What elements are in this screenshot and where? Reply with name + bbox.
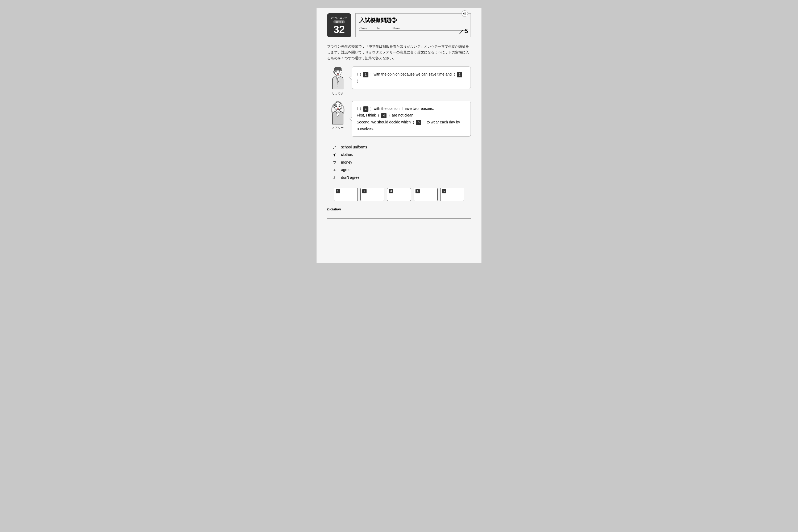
choice-text-エ: agree: [341, 167, 350, 173]
mary-line1: I（ 3 ）with the opinion. I have two reaso…: [357, 105, 466, 112]
choices-list: ア school uniforms イ clothes ウ money エ ag…: [327, 144, 471, 180]
answer-box-num-3: 3: [389, 189, 393, 193]
answer-box-num-4: 4: [416, 189, 420, 193]
choice-kana-オ: オ: [332, 174, 338, 180]
mary-name: メアリー: [332, 126, 344, 130]
answer-box-num-1: 1: [336, 189, 340, 193]
choice-item-イ: イ clothes: [332, 152, 471, 157]
mary-illustration: [328, 101, 347, 125]
svg-point-21: [336, 106, 337, 107]
mary-line2: First, I think（ 4 ）are not clean.: [357, 112, 466, 119]
mary-row: メアリー I（ 3 ）with the opinion. I have two …: [327, 101, 471, 137]
svg-point-22: [339, 106, 340, 107]
ryota-speech-middle: ）with the opinion because we can save ti…: [369, 72, 456, 76]
mary-line1-prefix: I（: [357, 107, 363, 111]
ryota-speech-prefix: I（: [357, 72, 363, 76]
ryota-avatar: [328, 66, 347, 91]
badge-top-label: 3分リスニング: [331, 16, 348, 20]
choice-kana-エ: エ: [332, 167, 338, 173]
choice-kana-ウ: ウ: [332, 159, 338, 165]
mary-line2-prefix: First, I think（: [357, 113, 381, 117]
svg-point-15: [338, 84, 338, 85]
choice-text-ア: school uniforms: [341, 144, 367, 150]
answer-boxes-row: 1 2 3 4 5: [327, 188, 471, 201]
svg-point-24: [337, 108, 339, 110]
badge-book-label: Book 3: [333, 20, 345, 23]
mary-speech-bubble: I（ 3 ）with the opinion. I have two reaso…: [352, 101, 471, 137]
answer-box-4[interactable]: 4: [414, 188, 438, 201]
blank-2-badge: 2: [457, 72, 462, 77]
svg-point-26: [341, 106, 342, 107]
choice-item-エ: エ agree: [332, 167, 471, 173]
answer-box-num-2: 2: [362, 189, 366, 193]
answer-box-5[interactable]: 5: [440, 188, 464, 201]
svg-point-1: [334, 67, 342, 71]
score-value: 5: [464, 27, 468, 35]
choice-kana-イ: イ: [332, 152, 338, 157]
badge-number: 32: [334, 24, 345, 35]
svg-line-8: [336, 70, 337, 71]
page-number-badge: 64: [461, 11, 468, 17]
svg-point-7: [339, 72, 340, 72]
answer-box-num-5: 5: [442, 189, 446, 193]
class-row: Class No. Name: [359, 26, 467, 30]
svg-line-9: [339, 70, 340, 71]
ryota-speech-bubble: I（ 1 ）with the opinion because we can sa…: [352, 66, 471, 89]
choice-text-オ: don't agree: [341, 174, 360, 180]
ryota-row: リョウタ I（ 1 ）with the opinion because we c…: [327, 66, 471, 95]
svg-point-16: [338, 86, 338, 87]
blank-5-badge: 5: [416, 120, 421, 125]
header: 3分リスニング Book 3 32 64 入試模擬問題③ Class No. N…: [327, 13, 471, 37]
blank-3-badge: 3: [363, 107, 368, 112]
name-label: Name: [393, 26, 400, 30]
mary-line3: Second, we should decide which（ 5 ）to we…: [357, 119, 466, 132]
no-label: No.: [377, 26, 382, 30]
score-area: ／ 5: [459, 27, 468, 35]
svg-point-11: [337, 73, 339, 75]
blank-1-badge: 1: [363, 72, 368, 77]
ryota-speech-suffix: ）.: [357, 79, 361, 83]
mary-line3-prefix: Second, we should decide which（: [357, 120, 416, 124]
blank-4-badge: 4: [381, 113, 386, 118]
instructions-text: ブラウン先生の授業で，「中学生は制服を着たほうがよい？」というテーマで生徒が議論…: [327, 44, 471, 61]
ryota-illustration: [328, 66, 347, 91]
character-section: リョウタ I（ 1 ）with the opinion because we c…: [327, 66, 471, 137]
mary-avatar: [328, 101, 347, 125]
class-label: Class: [359, 26, 367, 30]
svg-point-6: [336, 72, 337, 72]
svg-rect-14: [337, 75, 339, 77]
dictation-label: Dictation: [327, 208, 471, 211]
answer-box-1[interactable]: 1: [334, 188, 358, 201]
underline-divider: [359, 30, 467, 31]
choice-text-ウ: money: [341, 159, 352, 165]
score-slash-icon: ／: [459, 28, 464, 35]
svg-point-12: [334, 71, 335, 73]
page: 3分リスニング Book 3 32 64 入試模擬問題③ Class No. N…: [317, 8, 481, 263]
choice-item-ア: ア school uniforms: [332, 144, 471, 150]
choice-kana-ア: ア: [332, 144, 338, 150]
dictation-section: Dictation: [327, 208, 471, 218]
title-area: 64 入試模擬問題③ Class No. Name ／ 5: [355, 13, 471, 37]
svg-rect-27: [337, 110, 339, 111]
mary-character-info: メアリー: [327, 101, 348, 130]
ryota-character-info: リョウタ: [327, 66, 348, 95]
choice-item-ウ: ウ money: [332, 159, 471, 165]
choice-text-イ: clothes: [341, 152, 353, 157]
dictation-line: [327, 213, 471, 218]
page-title: 入試模擬問題③: [359, 17, 467, 24]
choice-item-オ: オ don't agree: [332, 174, 471, 180]
book-badge: 3分リスニング Book 3 32: [327, 13, 351, 37]
ryota-name: リョウタ: [332, 92, 344, 95]
mary-line2-suffix: ）are not clean.: [387, 113, 414, 117]
answer-box-2[interactable]: 2: [360, 188, 384, 201]
svg-point-25: [334, 106, 335, 107]
svg-point-13: [341, 71, 342, 73]
mary-line1-suffix: ）with the opinion. I have two reasons.: [369, 107, 434, 111]
answer-box-3[interactable]: 3: [387, 188, 411, 201]
